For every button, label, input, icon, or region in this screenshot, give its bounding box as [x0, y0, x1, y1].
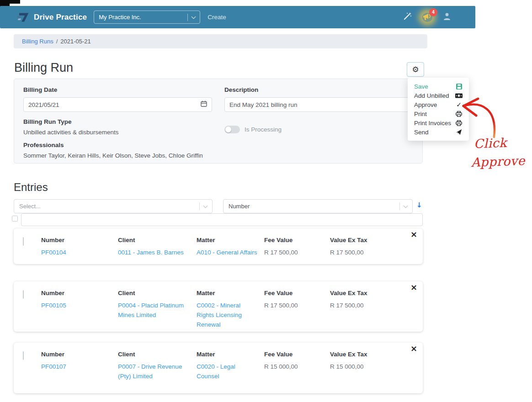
professionals-label: Professionals: [23, 142, 64, 148]
entry-checkbox[interactable]: [23, 237, 24, 246]
page-title: Billing Run: [14, 61, 73, 75]
column-header-matter: Matter: [197, 290, 264, 296]
column-header-matter: Matter: [197, 351, 264, 358]
practice-select[interactable]: My Practice Inc.: [94, 11, 200, 24]
screenshot-artifact: [0, 0, 20, 4]
description-label: Description: [224, 86, 258, 93]
billing-date-label: Billing Date: [23, 86, 57, 93]
entry-matter-link[interactable]: C0020 - Legal Counsel: [197, 362, 264, 381]
entry-matter-link[interactable]: A010 - General Affairs: [197, 248, 264, 258]
drive-practice-logo-icon: [16, 11, 30, 23]
sort-direction-icon[interactable]: ↓: [416, 201, 422, 209]
divider: [399, 202, 400, 210]
billing-date-input[interactable]: [28, 101, 201, 108]
notification-badge: 4: [429, 8, 437, 16]
entry-checkbox[interactable]: [23, 351, 24, 360]
filter-select-placeholder: Select...: [19, 203, 199, 210]
column-header-number: Number: [41, 290, 118, 296]
description-input-group: [224, 97, 419, 112]
column-header-fee-value: Fee Value: [264, 351, 330, 358]
entry-number-link[interactable]: PF00107: [41, 362, 118, 372]
divider: [187, 14, 188, 21]
user-account-icon[interactable]: [443, 12, 451, 22]
entry-value-ex-tax: R 17 500,00: [330, 248, 399, 258]
entry-card: × Number PF00105 Client P0004 - Placid P…: [14, 281, 423, 332]
chevron-down-icon: [203, 203, 208, 208]
annotation-text-click: Click: [473, 136, 507, 151]
gear-icon: ⚙: [412, 65, 419, 74]
toggle-pill-off: [224, 126, 240, 133]
is-processing-toggle[interactable]: Is Processing: [224, 126, 282, 133]
column-header-client: Client: [118, 351, 197, 358]
breadcrumb-current: 2021-05-21: [60, 38, 91, 45]
top-navbar: Drive Practice My Practice Inc. Create 4: [0, 6, 475, 28]
entry-value-ex-tax: R 15 000,00: [330, 362, 399, 372]
breadcrumb-separator: /: [56, 38, 58, 45]
entry-matter-link[interactable]: C0002 - Mineral Rights Licensing Renewal: [197, 301, 264, 330]
announcements-megaphone-icon[interactable]: 4: [422, 13, 432, 22]
column-header-value-ex-tax: Value Ex Tax: [330, 351, 399, 358]
column-header-fee-value: Fee Value: [264, 290, 330, 296]
entry-fee-value: R 17 500,00: [264, 301, 330, 311]
magic-wand-icon[interactable]: [403, 12, 412, 22]
column-header-fee-value: Fee Value: [264, 237, 330, 243]
calendar-icon[interactable]: [201, 100, 207, 109]
column-header-client: Client: [118, 290, 197, 296]
entry-number-link[interactable]: PF00105: [41, 301, 118, 311]
entry-fee-value: R 15 000,00: [264, 362, 330, 372]
entries-search-input[interactable]: [21, 213, 423, 226]
entry-card: × Number PF00104 Client 0011 - James B. …: [14, 228, 423, 264]
chevron-down-icon: [404, 203, 408, 208]
select-all-checkbox[interactable]: [12, 216, 18, 222]
annotation-text-approve: Approve: [471, 153, 525, 169]
entries-filter-select[interactable]: Select...: [14, 199, 213, 213]
column-header-value-ex-tax: Value Ex Tax: [330, 290, 399, 296]
entries-sort-select[interactable]: Number: [223, 199, 413, 213]
billing-run-type-label: Billing Run Type: [23, 118, 72, 125]
brand-name: Drive Practice: [34, 13, 87, 22]
entry-client-link[interactable]: P0004 - Placid Platinum Mines Limited: [118, 301, 197, 320]
entry-value-ex-tax: R 17 500,00: [330, 301, 399, 311]
nav-create-menu[interactable]: Create: [207, 14, 226, 21]
actions-gear-button[interactable]: ⚙: [407, 62, 424, 77]
description-input[interactable]: [229, 101, 414, 108]
entry-number-link[interactable]: PF00104: [41, 248, 118, 258]
divider: [199, 202, 200, 210]
close-icon[interactable]: ×: [410, 230, 417, 238]
save-icon: [455, 84, 463, 90]
billing-date-input-group: [23, 97, 212, 112]
practice-select-value: My Practice Inc.: [99, 14, 187, 21]
column-header-number: Number: [41, 351, 118, 358]
column-header-number: Number: [41, 237, 118, 243]
billing-run-type-value: Unbilled activities & disbursements: [23, 129, 119, 136]
entry-client-link[interactable]: 0011 - James B. Barnes: [118, 248, 197, 258]
entry-checkbox[interactable]: [23, 290, 24, 299]
breadcrumb: Billing Runs / 2021-05-21: [14, 34, 427, 48]
column-header-value-ex-tax: Value Ex Tax: [330, 237, 399, 243]
billing-run-form: Billing Date Description Billing Run Typ…: [14, 79, 423, 164]
professionals-value: Sommer Taylor, Keiran Hills, Keir Olson,…: [23, 152, 203, 159]
entry-fee-value: R 17 500,00: [264, 248, 330, 258]
menu-item-save[interactable]: Save: [408, 82, 469, 91]
entry-card: × Number PF00107 Client P0007 - Drive Re…: [14, 343, 423, 393]
sort-select-value: Number: [229, 203, 399, 210]
is-processing-label: Is Processing: [245, 126, 282, 133]
entry-client-link[interactable]: P0007 - Drive Revenue (Pty) Limited: [118, 362, 197, 381]
breadcrumb-billing-runs-link[interactable]: Billing Runs: [22, 38, 53, 45]
close-icon[interactable]: ×: [410, 344, 417, 353]
column-header-client: Client: [118, 237, 197, 243]
entries-title: Entries: [14, 181, 48, 194]
close-icon[interactable]: ×: [410, 283, 417, 291]
column-header-matter: Matter: [197, 237, 264, 243]
chevron-down-icon: [192, 14, 196, 19]
